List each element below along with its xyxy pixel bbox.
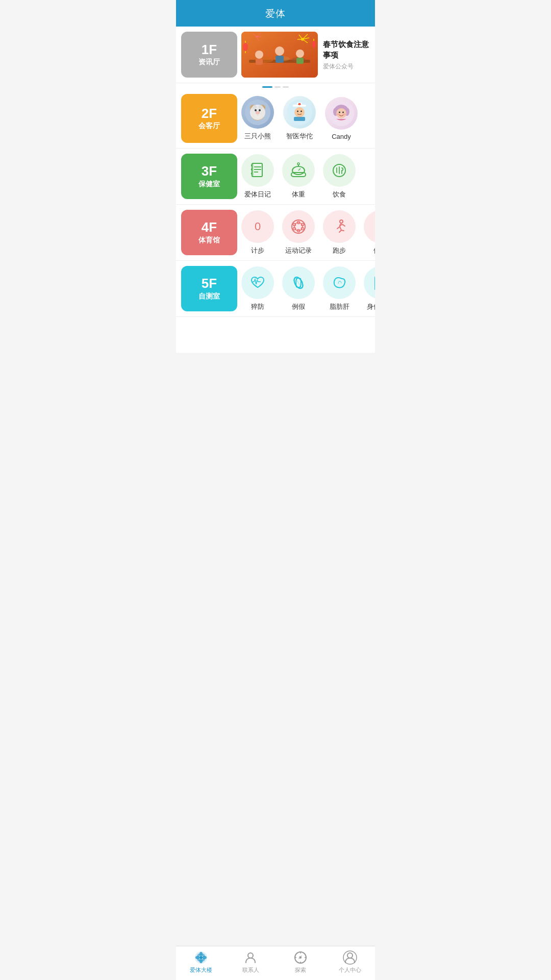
nav-contacts[interactable]: 联系人 xyxy=(233,950,268,974)
bodytype-icon xyxy=(371,217,375,236)
svg-point-80 xyxy=(302,223,304,226)
candy-avatar-svg xyxy=(329,101,354,126)
floor-1-label[interactable]: 1F 资讯厅 xyxy=(181,32,237,78)
exercise-icon-circle xyxy=(282,210,315,243)
running-icon-circle xyxy=(323,210,356,243)
contacts-icon xyxy=(243,950,258,965)
weight-icon-circle xyxy=(282,154,315,187)
nav-profile[interactable]: 个人中心 xyxy=(332,950,368,974)
bottom-nav: 爱体大楼 联系人 探索 xyxy=(176,946,375,980)
svg-point-40 xyxy=(259,109,261,111)
diary-item[interactable]: 爱体日记 xyxy=(241,154,274,199)
floor-3-label[interactable]: 3F 保健室 xyxy=(181,154,237,199)
svg-point-84 xyxy=(293,223,296,226)
floor-2-number: 2F xyxy=(202,106,217,121)
fattyliver-icon xyxy=(330,274,348,292)
building-nav-icon xyxy=(194,950,208,965)
report-icon-circle xyxy=(364,266,375,299)
report-icon xyxy=(371,274,375,292)
floor-4-label[interactable]: 4F 体育馆 xyxy=(181,210,237,255)
svg-point-83 xyxy=(293,227,296,230)
floor-3-name: 保健室 xyxy=(198,180,220,189)
svg-rect-19 xyxy=(276,56,284,63)
nav-contacts-label: 联系人 xyxy=(242,966,259,974)
bodytype-item[interactable]: 体型 xyxy=(364,210,375,255)
svg-point-119 xyxy=(347,953,353,958)
period-icon-circle xyxy=(282,266,315,299)
running-item[interactable]: 跑步 xyxy=(323,210,356,255)
contact-bear[interactable]: 三只小熊 xyxy=(241,96,274,141)
profile-icon xyxy=(343,950,357,965)
contact-candy[interactable]: Candy xyxy=(325,97,358,140)
period-icon xyxy=(289,274,308,292)
defense-item[interactable]: 猝防 xyxy=(241,266,274,311)
svg-point-81 xyxy=(302,227,304,230)
dot-active xyxy=(262,86,272,88)
floor-4-section: 4F 体育馆 0 计步 xyxy=(176,205,375,261)
weight-item[interactable]: 体重 xyxy=(282,154,315,199)
defense-icon xyxy=(248,274,267,292)
svg-point-43 xyxy=(259,111,259,112)
defense-label: 猝防 xyxy=(251,302,264,311)
contact-bear-label: 三只小熊 xyxy=(244,132,271,141)
diary-icon xyxy=(248,161,267,180)
floor-1-section: 1F 资讯厅 xyxy=(176,27,375,83)
avatar-doctor-circle xyxy=(283,96,316,129)
step-count: 0 xyxy=(255,220,261,233)
dot-2 xyxy=(283,86,289,88)
nav-building-label: 爱体大楼 xyxy=(190,966,212,974)
svg-point-51 xyxy=(297,111,298,112)
floor-5-name: 自测室 xyxy=(198,292,220,301)
floor-5-section: 5F 自测室 猝防 xyxy=(176,261,375,317)
floor-2-label[interactable]: 2F 会客厅 xyxy=(181,94,237,143)
steps-icon-circle: 0 xyxy=(241,210,274,243)
diary-icon-circle xyxy=(241,154,274,187)
news-text: 春节饮食注意事项 爱体公众号 xyxy=(323,39,372,71)
floor-5-label[interactable]: 5F 自测室 xyxy=(181,266,237,311)
health-icon-grid: 爱体日记 体重 xyxy=(241,154,356,199)
svg-point-20 xyxy=(296,50,304,58)
news-source: 爱体公众号 xyxy=(323,62,372,71)
contact-doctor[interactable]: 智医华佗 xyxy=(283,96,316,141)
news-image xyxy=(241,32,318,78)
fattyliver-label: 脂肪肝 xyxy=(330,302,349,311)
svg-point-77 xyxy=(292,220,305,233)
svg-point-59 xyxy=(339,111,340,113)
svg-point-37 xyxy=(253,105,257,109)
fattyliver-item[interactable]: 脂肪肝 xyxy=(323,266,356,311)
period-item[interactable]: 例假 xyxy=(282,266,315,311)
header-title: 爱体 xyxy=(265,8,286,19)
diet-label: 饮食 xyxy=(333,190,346,199)
svg-rect-21 xyxy=(296,58,304,64)
news-illustration xyxy=(241,32,318,78)
nav-building[interactable]: 爱体大楼 xyxy=(183,950,219,974)
svg-rect-68 xyxy=(251,164,253,166)
dot-1 xyxy=(274,86,281,88)
floor-3-content: 爱体日记 体重 xyxy=(241,149,375,204)
news-title: 春节饮食注意事项 xyxy=(323,39,372,60)
floor-4-name: 体育馆 xyxy=(198,236,220,245)
nav-explore-label: 探索 xyxy=(295,966,306,974)
nav-explore[interactable]: 探索 xyxy=(283,950,318,974)
period-label: 例假 xyxy=(292,302,305,311)
avatar-bear-circle xyxy=(241,96,274,129)
svg-rect-69 xyxy=(251,168,253,170)
svg-line-75 xyxy=(298,168,300,170)
exercise-icon xyxy=(289,217,308,236)
steps-item[interactable]: 0 计步 xyxy=(241,210,274,255)
news-card[interactable]: 春节饮食注意事项 爱体公众号 xyxy=(241,32,372,78)
main-content: 1F 资讯厅 xyxy=(176,27,375,353)
contact-candy-label: Candy xyxy=(332,133,351,140)
floor-5-number: 5F xyxy=(202,276,217,291)
steps-label: 计步 xyxy=(251,246,264,255)
exercise-item[interactable]: 运动记录 xyxy=(282,210,315,255)
profile-nav-icon xyxy=(343,950,357,965)
doctor-avatar-svg xyxy=(287,100,312,125)
diet-item[interactable]: 饮食 xyxy=(323,154,356,199)
exercise-label: 运动记录 xyxy=(285,246,312,255)
defense-icon-circle xyxy=(241,266,274,299)
selftest-icon-grid: 猝防 例假 xyxy=(241,266,375,311)
floor-3-section: 3F 保健室 xyxy=(176,149,375,205)
svg-point-50 xyxy=(294,107,305,117)
report-item[interactable]: 身体报告 xyxy=(364,266,375,311)
